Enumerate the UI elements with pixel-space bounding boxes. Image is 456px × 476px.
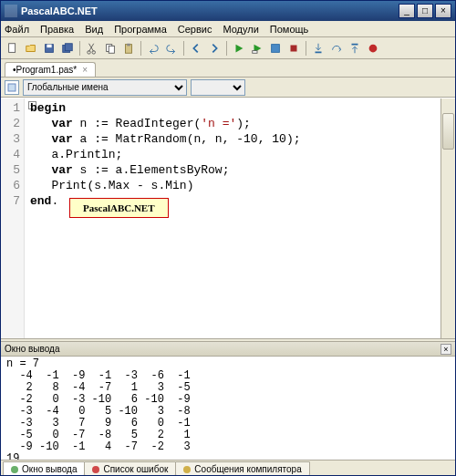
save-all-icon[interactable] (59, 40, 76, 57)
separator (226, 41, 227, 56)
tab-label: •Program1.pas* (13, 65, 77, 75)
svg-rect-2 (47, 44, 51, 47)
save-icon[interactable] (41, 40, 57, 57)
output-tab-compiler[interactable]: Сообщения компилятора (175, 461, 309, 476)
menu-edit[interactable]: Правка (40, 24, 74, 35)
editor-tab-strip: •Program1.pas*× (1, 59, 455, 78)
output-title-label: Окно вывода (5, 344, 59, 354)
menu-file[interactable]: Файл (5, 24, 29, 35)
step-out-icon[interactable] (347, 40, 363, 57)
svg-rect-12 (272, 44, 280, 52)
svg-rect-13 (291, 45, 297, 51)
menu-view[interactable]: Вид (85, 24, 103, 35)
cut-icon[interactable] (84, 40, 100, 57)
window-title: PascalABC.NET (21, 5, 397, 16)
dot-icon (92, 466, 99, 473)
dot-icon (11, 466, 18, 473)
nav-icon[interactable] (5, 80, 19, 95)
back-icon[interactable] (188, 40, 204, 57)
editor-scrollbar[interactable] (440, 98, 455, 338)
toolbar (1, 37, 455, 59)
new-file-icon[interactable] (5, 40, 21, 57)
menu-modules[interactable]: Модули (223, 24, 258, 35)
separator (183, 41, 184, 56)
output-tab-errors[interactable]: Список ошибок (84, 461, 176, 476)
menu-bar: Файл Правка Вид Программа Сервис Модули … (1, 21, 455, 37)
tooltip: PascalABC.NET (69, 198, 169, 218)
step-over-icon[interactable] (328, 40, 345, 57)
separator (79, 41, 80, 56)
menu-program[interactable]: Программа (114, 24, 167, 35)
forward-icon[interactable] (206, 40, 223, 57)
svg-rect-11 (253, 50, 257, 53)
svg-rect-0 (9, 43, 16, 52)
redo-icon[interactable] (163, 40, 180, 57)
code-editor[interactable]: 1234567 − begin var n := ReadInteger('n … (1, 98, 455, 338)
app-icon (5, 5, 17, 17)
stop-icon[interactable] (285, 40, 302, 57)
output-panel-title: Окно вывода × (1, 342, 455, 357)
tab-close-icon[interactable]: × (82, 65, 88, 75)
close-button[interactable]: × (435, 4, 451, 18)
minimize-button[interactable]: _ (399, 4, 415, 18)
svg-rect-4 (65, 43, 72, 50)
navigation-bar: Глобальные имена (1, 78, 455, 98)
run-icon[interactable] (231, 40, 247, 57)
editor-tab[interactable]: •Program1.pas*× (5, 62, 96, 77)
paste-icon[interactable] (120, 40, 137, 57)
separator (140, 41, 141, 56)
copy-icon[interactable] (102, 40, 119, 57)
output-close-icon[interactable]: × (440, 344, 451, 355)
svg-rect-14 (316, 51, 322, 53)
code-content[interactable]: begin var n := ReadInteger('n ='); var a… (25, 98, 455, 338)
line-gutter: 1234567 (1, 98, 25, 338)
open-file-icon[interactable] (23, 40, 39, 57)
maximize-button[interactable]: □ (417, 4, 433, 18)
separator (306, 41, 306, 56)
svg-rect-17 (8, 84, 16, 91)
breakpoint-icon[interactable] (365, 40, 381, 57)
run-input-icon[interactable] (249, 40, 265, 57)
dot-icon (183, 466, 191, 473)
svg-rect-10 (127, 43, 130, 46)
scrollbar-thumb[interactable] (442, 113, 454, 150)
svg-rect-8 (109, 46, 114, 53)
menu-service[interactable]: Сервис (178, 24, 212, 35)
svg-point-16 (369, 44, 378, 52)
svg-rect-15 (352, 43, 358, 45)
title-bar: PascalABC.NET _ □ × (1, 1, 455, 21)
output-panel[interactable]: n = 7 -4 -1 -9 -1 -3 -6 -1 2 8 -4 -7 1 3… (1, 357, 455, 460)
undo-icon[interactable] (145, 40, 161, 57)
menu-help[interactable]: Помощь (270, 24, 309, 35)
output-tab-output[interactable]: Окно вывода (3, 461, 85, 476)
scope-combo[interactable]: Глобальные имена (23, 79, 187, 96)
step-into-icon[interactable] (310, 40, 326, 57)
member-combo[interactable] (191, 79, 245, 96)
output-tab-strip: Окно вывода Список ошибок Сообщения комп… (1, 460, 455, 476)
compile-icon[interactable] (267, 40, 284, 57)
